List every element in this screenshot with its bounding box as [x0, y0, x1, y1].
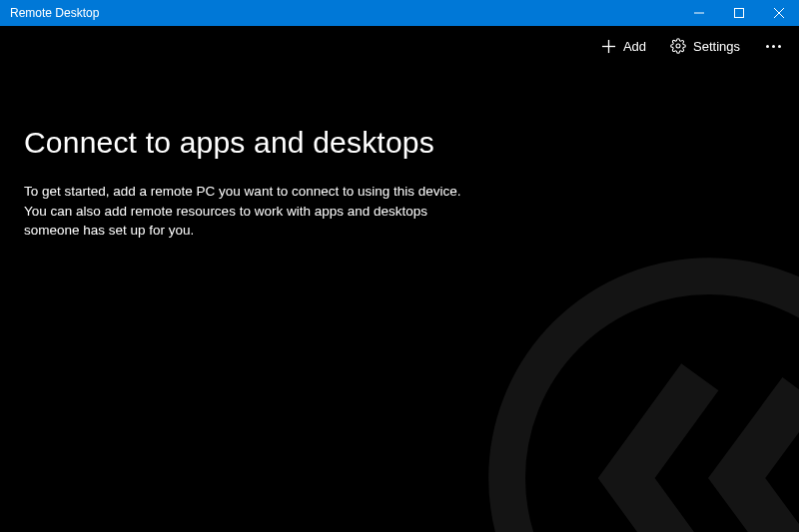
page-description: To get started, add a remote PC you want… — [24, 182, 463, 241]
plus-icon — [601, 39, 616, 54]
add-label: Add — [623, 39, 646, 54]
page-heading: Connect to apps and desktops — [24, 126, 799, 160]
dot-icon — [772, 45, 775, 48]
svg-point-6 — [676, 44, 680, 48]
more-button[interactable] — [752, 26, 795, 66]
add-button[interactable]: Add — [589, 26, 658, 66]
titlebar: Remote Desktop — [0, 0, 799, 26]
settings-label: Settings — [693, 39, 740, 54]
commandbar: Add Settings — [0, 26, 799, 66]
minimize-icon — [694, 8, 704, 18]
minimize-button[interactable] — [679, 0, 719, 26]
svg-rect-1 — [735, 9, 744, 18]
dot-icon — [778, 45, 781, 48]
gear-icon — [670, 38, 686, 54]
app-window: Remote Desktop Add — [0, 0, 799, 532]
svg-point-7 — [507, 276, 799, 532]
maximize-icon — [734, 8, 744, 18]
window-controls — [679, 0, 799, 26]
settings-button[interactable]: Settings — [658, 26, 752, 66]
remote-desktop-logo-icon — [479, 249, 799, 532]
dot-icon — [766, 45, 769, 48]
main-content: Connect to apps and desktops To get star… — [0, 66, 799, 532]
window-title: Remote Desktop — [0, 6, 99, 20]
maximize-button[interactable] — [719, 0, 759, 26]
close-button[interactable] — [759, 0, 799, 26]
close-icon — [774, 8, 784, 18]
